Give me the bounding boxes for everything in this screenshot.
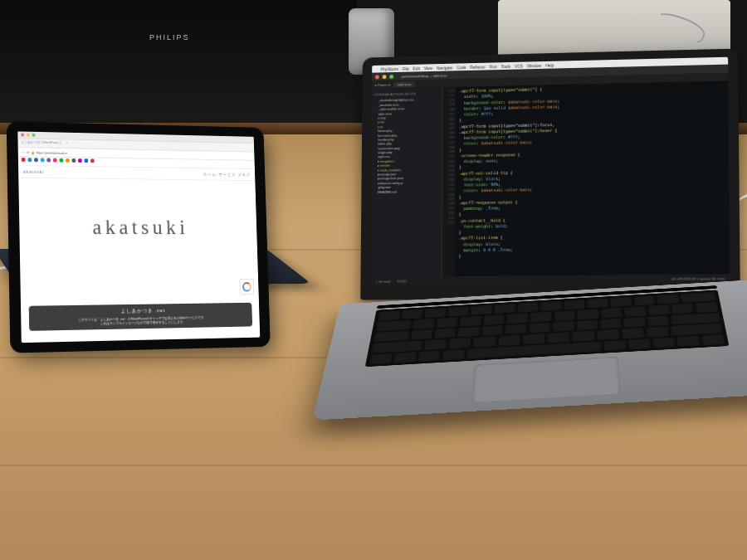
project-dropdown[interactable]: ▸ Project ▾ bbox=[375, 82, 390, 86]
bookmark-icon[interactable] bbox=[34, 158, 38, 162]
bookmark-icon[interactable] bbox=[59, 158, 63, 163]
menu-item[interactable]: Window bbox=[527, 63, 541, 68]
menu-item[interactable]: Refactor bbox=[470, 64, 485, 69]
status-right: LF UTF-8 SCSS 2 spaces Git: main bbox=[671, 276, 725, 281]
reload-icon[interactable]: ⟳ bbox=[27, 150, 29, 154]
macbook-bezel: PhpStormFileEditViewNavigateCodeRefactor… bbox=[360, 49, 740, 300]
bookmark-icon[interactable] bbox=[66, 158, 70, 163]
minimize-dot-icon[interactable] bbox=[27, 134, 30, 137]
macbook-keyboard-deck bbox=[312, 280, 747, 421]
monitor-brand-label: PHILIPS bbox=[149, 33, 190, 41]
site-footer-banner: よしあかつき .net このサイトは「よしあかつき .net」のWordPres… bbox=[29, 303, 252, 331]
menu-item[interactable]: Code bbox=[456, 65, 466, 70]
external-monitor: PHILIPS bbox=[0, 0, 357, 128]
close-dot-icon[interactable] bbox=[21, 133, 24, 136]
bookmark-icon[interactable] bbox=[46, 158, 51, 162]
bookmark-icon[interactable] bbox=[53, 158, 57, 163]
menu-item[interactable]: File bbox=[403, 66, 409, 71]
menu-item[interactable]: PhpStorm bbox=[381, 66, 398, 71]
menu-item[interactable]: VCS bbox=[515, 63, 523, 68]
minimize-dot-icon[interactable] bbox=[383, 75, 387, 79]
zoom-dot-icon[interactable] bbox=[32, 134, 36, 137]
bookmark-icon[interactable] bbox=[22, 158, 26, 162]
editor-code-area[interactable]: .wpcf7-form input[type="submit"] { width… bbox=[455, 80, 730, 276]
recaptcha-badge-icon[interactable] bbox=[239, 279, 254, 295]
menu-item[interactable]: Help bbox=[545, 62, 554, 67]
menu-item[interactable]: Tools bbox=[501, 63, 510, 68]
photo-scene: PHILIPS よしあかつき | WordPress と × ‹ bbox=[0, 0, 747, 560]
trackpad[interactable] bbox=[471, 357, 621, 404]
tab-title: よしあかつき | WordPress と bbox=[21, 139, 62, 144]
site-nav[interactable]: ホーム サービス ブログ bbox=[203, 172, 251, 177]
menu-item[interactable]: View bbox=[424, 66, 432, 71]
back-icon[interactable]: ‹ bbox=[22, 150, 22, 154]
zoom-dot-icon[interactable] bbox=[389, 74, 393, 78]
ide-title: yoshiakatsuki-blog — style.scss bbox=[402, 73, 447, 78]
ipad-screen: よしあかつき | WordPress と × ‹ › ⟳ 🔒 https://y… bbox=[17, 131, 260, 343]
menu-item[interactable]: Run bbox=[490, 64, 497, 69]
lock-icon: 🔒 bbox=[31, 150, 35, 154]
status-todo[interactable]: TODO bbox=[397, 279, 406, 283]
menu-item[interactable]: Edit bbox=[413, 66, 420, 71]
bookmark-icon[interactable] bbox=[84, 158, 88, 163]
ipad-bezel: よしあかつき | WordPress と × ‹ › ⟳ 🔒 https://y… bbox=[7, 121, 271, 353]
keyboard[interactable] bbox=[365, 290, 730, 367]
bookmark-icon[interactable] bbox=[41, 158, 45, 162]
editor-tab[interactable]: style.scss bbox=[393, 81, 415, 87]
site-brand[interactable]: akatsuki bbox=[23, 169, 44, 174]
bookmark-icon[interactable] bbox=[90, 158, 95, 163]
site-hero: akatsuki bbox=[18, 178, 258, 277]
tree-item[interactable]: README.md bbox=[373, 189, 441, 194]
ide-body: yoshiakatsuki-blog _akatsuki-highlight-j… bbox=[370, 80, 730, 277]
ipad-device: よしあかつき | WordPress と × ‹ › ⟳ 🔒 https://y… bbox=[7, 121, 271, 353]
url-text: https://yoshiakatsuki.n bbox=[36, 150, 66, 155]
wood-grain bbox=[0, 465, 747, 466]
macbook-display: PhpStormFileEditViewNavigateCodeRefactor… bbox=[360, 49, 740, 300]
project-tree[interactable]: yoshiakatsuki-blog _akatsuki-highlight-j… bbox=[370, 87, 443, 277]
forward-icon[interactable]: › bbox=[24, 150, 25, 154]
bookmark-icon[interactable] bbox=[78, 158, 82, 163]
menu-item[interactable]: Navigate bbox=[437, 65, 452, 70]
macbook-screen: PhpStormFileEditViewNavigateCodeRefactor… bbox=[370, 57, 730, 285]
editor-gutter: 1761771781791801811821831841851861871881… bbox=[442, 87, 456, 277]
hero-logo-text: akatsuki bbox=[92, 216, 189, 240]
close-dot-icon[interactable] bbox=[375, 75, 379, 79]
project-tree-header: yoshiakatsuki-blog bbox=[374, 91, 441, 97]
bookmark-icon[interactable] bbox=[72, 158, 76, 163]
status-terminal[interactable]: ✓ Terminal bbox=[375, 279, 391, 283]
bookmark-icon[interactable] bbox=[27, 158, 32, 162]
